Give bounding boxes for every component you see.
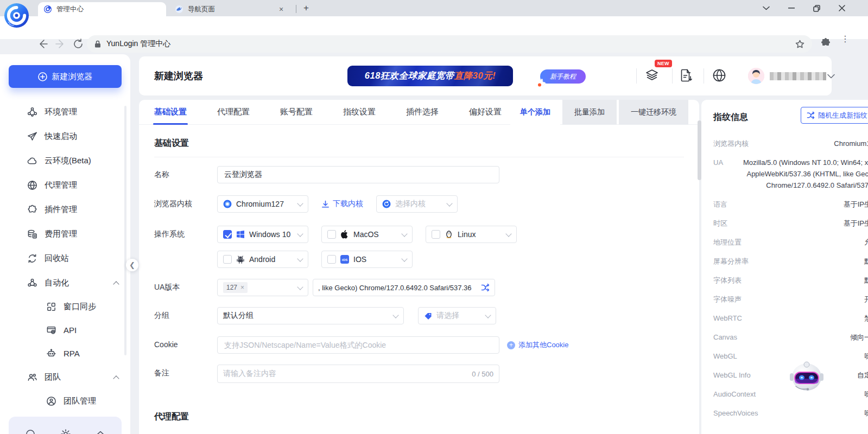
os-ios-select[interactable]: iOS IOS (321, 251, 413, 268)
chevron-up-icon[interactable] (96, 429, 105, 434)
sidebar-item-window-sync[interactable]: 窗口同步 (0, 295, 130, 318)
os-windows-select[interactable]: Windows 10 (217, 226, 308, 243)
header-divider (704, 68, 704, 84)
cookie-input[interactable] (217, 336, 499, 354)
single-add-button[interactable]: 单个添加 (510, 100, 560, 125)
chevron-down-icon[interactable] (753, 0, 778, 16)
os-macos-select[interactable]: MacOS (321, 226, 413, 243)
sidebar-scrollbar[interactable] (124, 106, 126, 355)
back-icon[interactable] (37, 38, 49, 50)
sidebar-item-proxy[interactable]: 代理管理 (0, 173, 130, 197)
remark-input[interactable]: 请输入备注内容 0 / 500 (217, 365, 499, 383)
tab-favicon-icon (175, 5, 183, 14)
browser-tab-inactive[interactable]: 导航页面 × (169, 2, 291, 16)
sidebar-item-billing[interactable]: 费用管理 (0, 222, 130, 246)
kernel-row: 浏览器内核 Chromium127 下载内核 选择内核 (154, 195, 699, 213)
chevron-down-icon (297, 231, 303, 237)
sidebar-item-recycle-bin[interactable]: 回收站 (0, 246, 130, 271)
name-row: 名称 (154, 166, 699, 183)
tab-fingerprint-settings[interactable]: 指纹设置 (343, 100, 376, 125)
batch-add-button[interactable]: 批量添加 (562, 100, 617, 125)
language-globe-icon[interactable] (712, 68, 726, 82)
choose-kernel-select[interactable]: 选择内核 (376, 195, 458, 213)
section-basic-settings: 基础设置 (154, 138, 684, 157)
automation-icon (27, 278, 37, 288)
os-android-select[interactable]: Android (217, 251, 308, 268)
tab-basic-settings[interactable]: 基础设置 (154, 100, 187, 125)
minimize-button[interactable] (779, 0, 804, 16)
tab-title: 导航页面 (188, 5, 277, 14)
checkbox[interactable] (327, 255, 336, 264)
tag-select[interactable]: 请选择 (418, 307, 496, 324)
address-bar[interactable]: YunLogin 管理中心 (87, 35, 812, 53)
checkbox[interactable] (223, 255, 232, 264)
sidebar-item-plugins[interactable]: 插件管理 (0, 197, 130, 222)
new-badge: NEW (655, 60, 672, 67)
ua-label: UA版本 (154, 279, 217, 292)
name-input[interactable] (217, 166, 499, 183)
sidebar-item-quick-launch[interactable]: 快速启动 (0, 124, 130, 149)
ua-version-multiselect[interactable]: 127× (217, 279, 308, 296)
import-export-icon[interactable] (680, 68, 693, 82)
user-avatar[interactable] (748, 68, 764, 84)
sidebar-item-api[interactable]: API (0, 318, 130, 342)
new-tab-button[interactable]: + (302, 4, 311, 12)
promo-banner[interactable]: 618狂欢全球家庭宽带直降30元! (347, 66, 513, 86)
fingerprint-panel: 指纹信息 随机生成新指纹 浏览器内核Chromium127 UA Mozilla… (701, 100, 868, 434)
sidebar-item-team[interactable]: 团队 (0, 365, 130, 390)
sidebar-item-team-management[interactable]: 团队管理 (0, 390, 130, 413)
plus-icon: + (507, 341, 515, 349)
group-select[interactable]: 默认分组 (217, 307, 404, 324)
chevron-up-icon[interactable] (113, 375, 119, 381)
download-kernel-link[interactable]: 下载内核 (321, 199, 363, 209)
add-cookie-link[interactable]: + 添加其他Cookie (507, 340, 568, 350)
chevron-up-icon[interactable] (113, 281, 119, 287)
sidebar-collapse-handle[interactable]: ❮ (126, 259, 138, 271)
tab-plugin-select[interactable]: 插件选择 (406, 100, 439, 125)
checkbox[interactable] (327, 230, 336, 239)
sidebar-item-cloud-env[interactable]: 云环境(Beta) (0, 149, 130, 173)
menu-kebab-icon[interactable]: ⋮ (841, 37, 850, 41)
banner-highlight: 直降30元! (454, 71, 496, 80)
main-scrollbar-thumb[interactable] (698, 120, 701, 180)
generate-fingerprint-button[interactable]: 随机生成新指纹 (801, 107, 868, 124)
close-window-button[interactable] (829, 0, 854, 16)
os-linux-select[interactable]: Linux (426, 226, 517, 243)
fp-row-font-noise: 字体噪声开启 (713, 293, 868, 305)
chevron-down-icon (446, 200, 452, 206)
remove-tag-icon[interactable]: × (240, 284, 244, 291)
kernel-select[interactable]: Chromium127 (217, 195, 308, 213)
assistant-robot-mascot[interactable] (788, 358, 825, 395)
close-tab-icon[interactable]: × (277, 5, 286, 14)
tab-proxy-config[interactable]: 代理配置 (217, 100, 250, 125)
forward-icon[interactable] (54, 38, 66, 50)
headset-icon[interactable] (25, 429, 36, 434)
sidebar-item-environment[interactable]: 环境管理 (0, 100, 130, 124)
bookmark-star-icon[interactable] (795, 40, 804, 49)
new-browser-button[interactable]: 新建浏览器 (9, 65, 122, 88)
tab-preferences[interactable]: 偏好设置 (469, 100, 502, 125)
reload-icon[interactable] (72, 38, 84, 50)
sidebar-item-automation[interactable]: 自动化 (0, 271, 130, 295)
shuffle-icon[interactable] (478, 283, 490, 292)
fp-row-ua: UA Mozilla/5.0 (Windows NT 10.0; Win64; … (713, 157, 868, 191)
fp-row-font-list: 字体列表默认 (713, 275, 868, 286)
sidebar-item-rpa[interactable]: RPA (0, 342, 130, 365)
migrate-env-button[interactable]: 一键迁移环境 (619, 100, 688, 125)
chevron-down-icon (392, 312, 398, 318)
browser-toolbar: YunLogin 管理中心 ⋮ (0, 16, 868, 39)
lock-icon (94, 40, 101, 48)
tab-account-config[interactable]: 账号配置 (280, 100, 313, 125)
restore-button[interactable] (804, 0, 829, 16)
chevron-down-icon[interactable] (827, 74, 835, 79)
gear-icon[interactable] (60, 429, 71, 434)
layers-icon[interactable] (645, 68, 659, 82)
fp-row-speechvoices: SpeechVoices噪声 (713, 407, 868, 419)
extensions-puzzle-icon[interactable] (821, 38, 831, 48)
ua-string-field[interactable]: , like Gecko) Chrome/127.0.6492.0 Safari… (313, 279, 495, 296)
os-label: 操作系统 (154, 226, 217, 239)
checkbox[interactable] (432, 230, 440, 239)
browser-tab-active[interactable]: 管理中心 (38, 2, 166, 16)
checkbox-checked[interactable] (223, 230, 232, 239)
tutorial-button[interactable]: 新手教程 (540, 69, 586, 84)
